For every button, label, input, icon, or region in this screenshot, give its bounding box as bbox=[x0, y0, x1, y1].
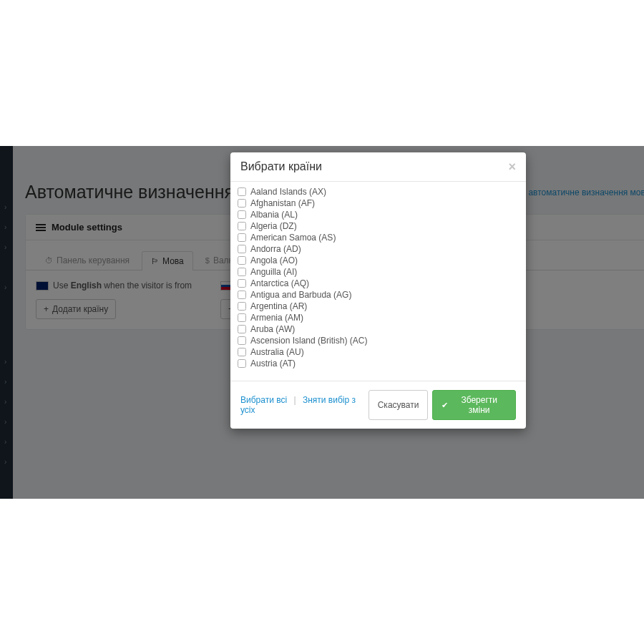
country-option[interactable]: Andorra (AD) bbox=[238, 243, 519, 255]
country-checkbox[interactable] bbox=[238, 313, 246, 322]
close-icon[interactable]: × bbox=[508, 160, 516, 173]
country-option[interactable]: Antarctica (AQ) bbox=[238, 278, 519, 289]
country-list[interactable]: Aaland Islands (AX)Afghanistan (AF)Alban… bbox=[230, 181, 526, 381]
country-option[interactable]: Antigua and Barbuda (AG) bbox=[238, 289, 519, 301]
modal-header: Вибрати країни × bbox=[230, 152, 526, 181]
country-checkbox[interactable] bbox=[238, 348, 246, 356]
country-option[interactable]: Aaland Islands (AX) bbox=[238, 186, 519, 197]
country-option[interactable]: Anguilla (AI) bbox=[238, 266, 519, 278]
country-option[interactable]: Ascension Island (British) (AC) bbox=[238, 335, 519, 346]
country-modal: Вибрати країни × Aaland Islands (AX)Afgh… bbox=[230, 152, 526, 429]
cancel-button[interactable]: Скасувати bbox=[369, 390, 429, 420]
country-checkbox[interactable] bbox=[238, 256, 246, 265]
country-checkbox[interactable] bbox=[238, 336, 246, 345]
country-checkbox[interactable] bbox=[238, 210, 246, 219]
save-button[interactable]: ✔ Зберегти зміни bbox=[432, 390, 516, 420]
country-option[interactable]: American Samoa (AS) bbox=[238, 232, 519, 243]
country-option[interactable]: Australia (AU) bbox=[238, 346, 519, 358]
country-checkbox[interactable] bbox=[238, 325, 246, 333]
country-option[interactable]: Armenia (AM) bbox=[238, 312, 519, 323]
country-checkbox[interactable] bbox=[238, 302, 246, 311]
country-checkbox[interactable] bbox=[238, 233, 246, 242]
country-checkbox[interactable] bbox=[238, 279, 246, 288]
modal-footer: Вибрати всі | Зняти вибір з усіх Скасува… bbox=[230, 381, 526, 429]
country-option[interactable]: Aruba (AW) bbox=[238, 323, 519, 335]
country-checkbox[interactable] bbox=[238, 291, 246, 299]
country-checkbox[interactable] bbox=[238, 187, 246, 196]
country-option[interactable]: Afghanistan (AF) bbox=[238, 197, 519, 209]
country-option[interactable]: Argentina (AR) bbox=[238, 301, 519, 312]
country-checkbox[interactable] bbox=[238, 222, 246, 230]
country-checkbox[interactable] bbox=[238, 268, 246, 276]
country-option[interactable]: Algeria (DZ) bbox=[238, 220, 519, 232]
modal-title: Вибрати країни bbox=[240, 160, 322, 173]
country-checkbox[interactable] bbox=[238, 245, 246, 253]
bulk-links: Вибрати всі | Зняти вибір з усіх bbox=[240, 395, 369, 415]
country-checkbox[interactable] bbox=[238, 359, 246, 368]
country-option[interactable]: Albania (AL) bbox=[238, 209, 519, 220]
check-icon: ✔ bbox=[441, 401, 448, 410]
country-checkbox[interactable] bbox=[238, 199, 246, 208]
country-option[interactable]: Angola (AO) bbox=[238, 255, 519, 266]
country-option[interactable]: Austria (AT) bbox=[238, 358, 519, 369]
select-all-link[interactable]: Вибрати всі bbox=[240, 395, 287, 405]
